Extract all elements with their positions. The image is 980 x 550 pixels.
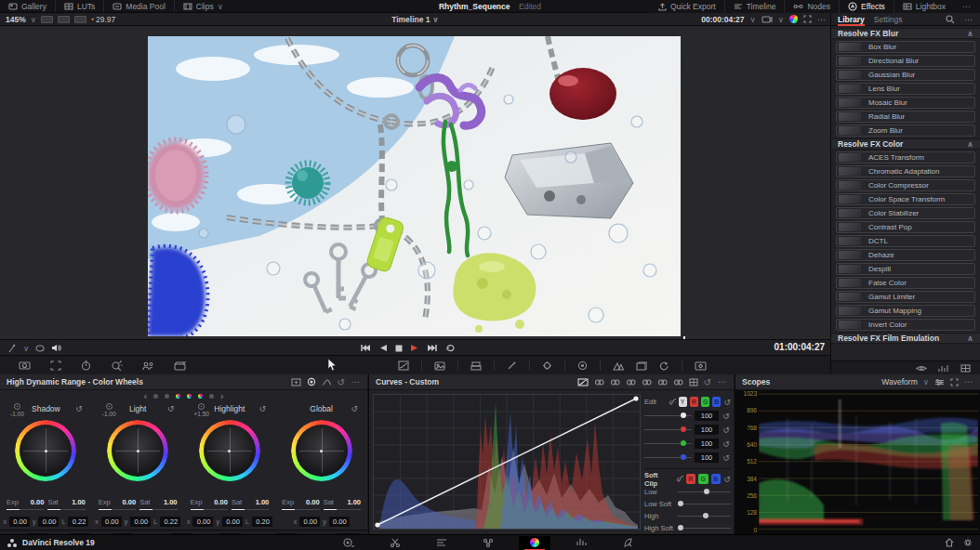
tool-chevron-icon[interactable]: ∨ — [23, 344, 29, 353]
edit-reset-icon[interactable]: ↺ — [723, 398, 731, 407]
y-gain-slider[interactable]: 100↺ — [644, 409, 731, 423]
wheel-y-value[interactable]: 0.00 — [222, 517, 243, 527]
slate-palette-icon[interactable] — [174, 361, 186, 371]
fx-item[interactable]: Directional Blur — [836, 55, 975, 67]
pager-dot-active[interactable] — [198, 394, 203, 399]
scopes-more-icon[interactable]: ⋯ — [964, 377, 973, 386]
page-fusion[interactable] — [472, 536, 504, 550]
expand-viewer-icon[interactable] — [803, 15, 812, 23]
next-wheel-set-icon[interactable]: › — [220, 392, 223, 401]
viewer-zoom-select[interactable]: 145% — [6, 15, 26, 24]
low-slider[interactable]: Low — [644, 486, 731, 498]
viewer-mode-single-icon[interactable] — [41, 16, 53, 23]
reset-icon[interactable]: ↺ — [722, 412, 731, 421]
lut-palette-icon[interactable] — [398, 360, 409, 371]
pager-dot-active[interactable] — [187, 394, 192, 399]
camera-raw-palette-icon[interactable] — [19, 360, 31, 371]
stop-button[interactable] — [395, 345, 403, 352]
clips-button[interactable]: Clips ∨ — [174, 0, 232, 12]
collapse-icon[interactable]: ∧ — [967, 139, 973, 149]
g-gain-value[interactable]: 100 — [695, 439, 719, 449]
camera-icon[interactable] — [761, 15, 773, 23]
curve-sat-lum-icon[interactable] — [673, 378, 683, 386]
curve-sat-sat-icon[interactable] — [657, 378, 668, 386]
color-match-palette-icon[interactable] — [50, 360, 61, 371]
grading-palette-icon[interactable] — [789, 15, 798, 23]
soft-clip-r-button[interactable]: R — [686, 474, 695, 484]
fx-item[interactable]: Color Stabilizer — [836, 207, 975, 219]
people-palette-icon[interactable] — [142, 360, 154, 371]
wheel-l-value[interactable]: 0.20 — [252, 517, 272, 527]
stills-palette-icon[interactable] — [434, 361, 445, 371]
fx-item[interactable]: Box Blur — [836, 41, 975, 53]
channel-g-button[interactable]: G — [701, 397, 709, 407]
wheel-reset-icon[interactable]: ↺ — [259, 404, 267, 413]
wheel-reset-icon[interactable]: ↺ — [167, 404, 175, 413]
y-gain-value[interactable]: 100 — [695, 411, 719, 421]
color-wheel-control[interactable] — [107, 420, 168, 481]
pager-dot[interactable] — [209, 394, 214, 399]
scope-settings-icon[interactable] — [934, 378, 945, 386]
hdr-more-icon[interactable]: ⋯ — [351, 377, 361, 386]
viewer-image[interactable] — [148, 36, 681, 336]
hdr-graph-icon[interactable] — [322, 378, 332, 386]
page-color[interactable] — [519, 536, 550, 550]
wheel-x-value[interactable]: 0.00 — [9, 517, 30, 527]
viewer-timecode[interactable]: 00:00:04:27 — [701, 15, 744, 24]
link-soft-clip-icon[interactable] — [676, 475, 683, 483]
color-wheel-control[interactable] — [199, 420, 260, 481]
printer-light-palette-icon[interactable] — [470, 361, 482, 371]
exp-slider[interactable]: Exp0.00 — [282, 498, 319, 506]
collapse-icon[interactable]: ∧ — [967, 334, 973, 343]
low-soft-slider[interactable]: Low Soft — [644, 498, 731, 510]
blend-palette-icon[interactable] — [613, 361, 624, 371]
soft-clip-reset-icon[interactable]: ↺ — [723, 475, 731, 484]
fx-item[interactable]: Radial Blur — [836, 111, 975, 123]
reset-icon[interactable]: ↺ — [722, 426, 731, 435]
pen-palette-icon[interactable] — [507, 360, 517, 371]
add-wheel-icon[interactable] — [291, 378, 301, 386]
refresh-palette-icon[interactable] — [659, 361, 669, 371]
wheel-l-value[interactable]: 0.22 — [68, 517, 88, 527]
search-icon[interactable] — [946, 15, 955, 24]
sat-slider[interactable]: Sat1.00 — [47, 498, 85, 506]
fx-item[interactable]: Chromatic Adaptation — [836, 165, 975, 177]
magic-mask-palette-icon[interactable] — [111, 360, 123, 371]
curves-grid-icon[interactable] — [689, 378, 698, 386]
page-cut[interactable] — [379, 536, 411, 550]
audio-speaker-icon[interactable] — [51, 344, 61, 352]
sat-slider[interactable]: Sat1.00 — [324, 498, 361, 506]
high-slider[interactable]: High — [644, 510, 731, 522]
reset-icon[interactable]: ↺ — [722, 453, 731, 463]
exp-slider[interactable]: Exp0.00 — [99, 498, 136, 506]
color-wheel-control[interactable] — [15, 420, 76, 481]
pager-dot[interactable] — [153, 394, 158, 399]
wheel-reset-icon[interactable]: ↺ — [75, 404, 83, 413]
b-gain-slider[interactable]: 100↺ — [644, 451, 731, 465]
pointer-tool-icon[interactable] — [7, 344, 17, 353]
fx-item[interactable]: Gamut Limiter — [836, 291, 975, 303]
nodes-button[interactable]: Nodes — [784, 0, 839, 13]
link-channels-icon[interactable] — [669, 398, 675, 406]
library-more-icon[interactable]: ⋯ — [964, 15, 973, 24]
wheels-view-icon[interactable] — [307, 377, 316, 386]
waveform-scope[interactable]: 10238967686405123842561280 — [735, 390, 980, 534]
scope-expand-icon[interactable] — [950, 378, 959, 386]
fx-item[interactable]: Dehaze — [836, 249, 975, 261]
tab-settings[interactable]: Settings — [874, 15, 903, 24]
effects-button[interactable]: Effects — [839, 0, 894, 13]
wheel-y-value[interactable]: 0.00 — [130, 517, 151, 527]
wheel-x-value[interactable]: 0.00 — [299, 517, 320, 527]
tracker-palette-icon[interactable] — [542, 360, 552, 371]
fx-item[interactable]: ACES Transform — [836, 151, 975, 164]
reset-icon[interactable]: ↺ — [722, 439, 731, 449]
fx-item[interactable]: Despill — [836, 263, 975, 275]
hdr-reset-icon[interactable]: ↺ — [338, 377, 346, 387]
fx-section-header[interactable]: Resolve FX Blur∧ — [831, 28, 980, 39]
highlight-toggle-icon[interactable] — [35, 345, 45, 352]
soft-clip-b-button[interactable]: B — [711, 474, 721, 484]
exp-slider[interactable]: Exp0.00 — [7, 498, 44, 506]
sat-slider[interactable]: Sat1.00 — [139, 498, 177, 506]
go-to-start-button[interactable] — [361, 344, 371, 352]
curve-hue-hue-icon[interactable] — [594, 378, 604, 386]
